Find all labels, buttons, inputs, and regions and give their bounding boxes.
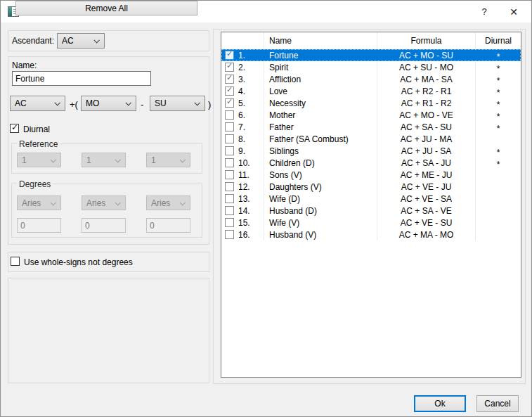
- lot-name: Love: [264, 85, 377, 97]
- table-row[interactable]: ✓ 9. Siblings AC + JU - SA *: [221, 145, 521, 157]
- diurnal-column-header[interactable]: Diurnal: [476, 32, 521, 49]
- sign-select: Aries: [146, 195, 190, 210]
- lot-formula: AC + R1 - R2: [377, 97, 476, 109]
- ok-button[interactable]: Ok: [414, 395, 466, 412]
- whole-signs-label: Use whole-signs not degrees: [24, 257, 133, 267]
- table-row[interactable]: ✓ 7. Father AC + SA - SU *: [221, 121, 521, 133]
- row-checkbox[interactable]: ✓: [225, 182, 234, 191]
- table-row[interactable]: ✓ 12. Daughters (V) AC + VE - JU: [221, 181, 521, 193]
- formula-minus-operator: -: [141, 99, 143, 110]
- reference-select: 1: [146, 153, 190, 167]
- row-checkbox[interactable]: ✓: [225, 134, 234, 143]
- lot-name: Necessity: [264, 97, 377, 109]
- reference-label: Reference: [17, 139, 60, 149]
- row-checkbox[interactable]: ✓: [225, 206, 234, 215]
- table-row[interactable]: ✓ 13. Wife (D) AC + VE - SA: [221, 193, 521, 205]
- table-row[interactable]: ✓ 14. Husband (D) AC + SA - VE: [221, 205, 521, 217]
- lot-name: Husband (V): [264, 229, 377, 240]
- lots-list[interactable]: Name Formula Diurnal ✓ 1. Fortune AC + M…: [221, 32, 521, 378]
- table-row[interactable]: ✓ 11. Sons (V) AC + ME - JU: [221, 169, 521, 181]
- chevron-down-icon: [179, 200, 185, 205]
- table-row[interactable]: ✓ 16. Husband (V) AC + MA - MO: [221, 229, 521, 240]
- lot-name: Daughters (V): [264, 181, 377, 193]
- chevron-down-icon: [50, 200, 56, 205]
- lot-formula: AC + SA - VE: [377, 205, 476, 217]
- row-checkbox[interactable]: ✓: [225, 218, 234, 227]
- check-icon: ✓: [226, 61, 233, 70]
- table-row[interactable]: ✓ 6. Mother AC + MO - VE *: [221, 109, 521, 121]
- formula-operand-b-value: SU: [155, 98, 167, 108]
- lot-name: Wife (V): [264, 217, 377, 229]
- lot-name: Mother: [264, 109, 377, 121]
- table-row[interactable]: ✓ 10. Children (D) AC + SA - JU *: [221, 157, 521, 169]
- close-icon[interactable]: ✕: [502, 1, 526, 23]
- lot-name: Sons (V): [264, 169, 377, 181]
- whole-signs-checkbox[interactable]: ✓: [11, 257, 20, 266]
- row-number: 5.: [238, 98, 245, 108]
- lot-formula: AC + MA - MO: [377, 229, 476, 240]
- row-checkbox[interactable]: ✓: [225, 51, 234, 60]
- row-number: 4.: [238, 86, 245, 96]
- formula-point-select[interactable]: AC: [10, 96, 65, 111]
- row-checkbox[interactable]: ✓: [225, 194, 234, 203]
- diurnal-label: Diurnal: [23, 124, 50, 134]
- formula-operand-a-select[interactable]: MO: [81, 96, 136, 111]
- reference-value: 1: [22, 155, 27, 165]
- row-checkbox[interactable]: ✓: [225, 146, 234, 155]
- cancel-button[interactable]: Cancel: [476, 395, 519, 412]
- ascendant-label: Ascendant:: [12, 36, 54, 46]
- name-column-header[interactable]: Name: [264, 32, 377, 49]
- row-checkbox[interactable]: ✓: [225, 170, 234, 179]
- row-number: 8.: [238, 134, 245, 144]
- lot-formula: AC + SU - MO: [377, 61, 476, 73]
- row-checkbox[interactable]: ✓: [225, 110, 234, 120]
- diurnal-flag: *: [497, 52, 500, 62]
- name-input[interactable]: [12, 71, 151, 86]
- lot-formula: AC + JU - SA: [377, 145, 476, 157]
- lot-formula: AC + SA - JU: [377, 157, 476, 169]
- formula-operand-b-select[interactable]: SU: [150, 96, 205, 111]
- row-number: 16.: [238, 230, 250, 240]
- formula-point-value: AC: [15, 98, 27, 108]
- lot-name: Spirit: [264, 61, 377, 73]
- diurnal-flag: *: [497, 160, 500, 169]
- remove-all-button[interactable]: Remove All: [15, 1, 197, 15]
- table-row[interactable]: ✓ 1. Fortune AC + MO - SU *: [221, 49, 521, 61]
- formula-column-header[interactable]: Formula: [377, 32, 476, 49]
- chevron-down-icon: [125, 100, 131, 105]
- diurnal-checkbox[interactable]: ✓: [10, 124, 19, 133]
- row-number: 15.: [238, 218, 250, 228]
- degree-offset-input: [146, 218, 190, 233]
- table-row[interactable]: ✓ 15. Wife (V) AC + VE - SU: [221, 217, 521, 229]
- table-row[interactable]: ✓ 4. Love AC + R2 - R1 *: [221, 85, 521, 97]
- lot-formula: AC + ME - JU: [377, 169, 476, 181]
- row-checkbox[interactable]: ✓: [225, 98, 234, 108]
- lot-name: Children (D): [264, 157, 377, 169]
- row-checkbox[interactable]: ✓: [225, 122, 234, 131]
- row-number: 2.: [238, 63, 245, 72]
- lot-name: Wife (D): [264, 193, 377, 205]
- actions-group: [8, 278, 209, 383]
- check-icon: ✓: [11, 122, 18, 132]
- row-checkbox[interactable]: ✓: [225, 230, 234, 239]
- reference-value: 1: [151, 155, 156, 165]
- table-row[interactable]: ✓ 3. Affliction AC + MA - SA *: [221, 73, 521, 85]
- formula-operand-a-value: MO: [86, 98, 99, 108]
- row-checkbox[interactable]: ✓: [225, 63, 234, 72]
- ascendant-select[interactable]: AC: [57, 33, 105, 49]
- reference-select: 1: [82, 153, 126, 167]
- sign-value: Aries: [151, 198, 170, 208]
- lots-dialog: Lots ? ✕ Ascendant: AC Name: AC +( MO - …: [0, 0, 532, 417]
- lot-formula: AC + JU - MA: [377, 133, 476, 145]
- table-row[interactable]: ✓ 5. Necessity AC + R1 - R2 *: [221, 97, 521, 109]
- diurnal-flag: *: [497, 124, 500, 134]
- degrees-label: Degrees: [17, 179, 53, 189]
- table-row[interactable]: ✓ 2. Spirit AC + SU - MO *: [221, 61, 521, 73]
- row-checkbox[interactable]: ✓: [225, 86, 234, 96]
- checkbox-column-header: [221, 32, 264, 49]
- row-checkbox[interactable]: ✓: [225, 158, 234, 167]
- table-row[interactable]: ✓ 8. Father (SA Combust) AC + JU - MA: [221, 133, 521, 145]
- help-button[interactable]: ?: [472, 1, 496, 23]
- row-checkbox[interactable]: ✓: [225, 75, 234, 84]
- row-number: 10.: [238, 158, 250, 168]
